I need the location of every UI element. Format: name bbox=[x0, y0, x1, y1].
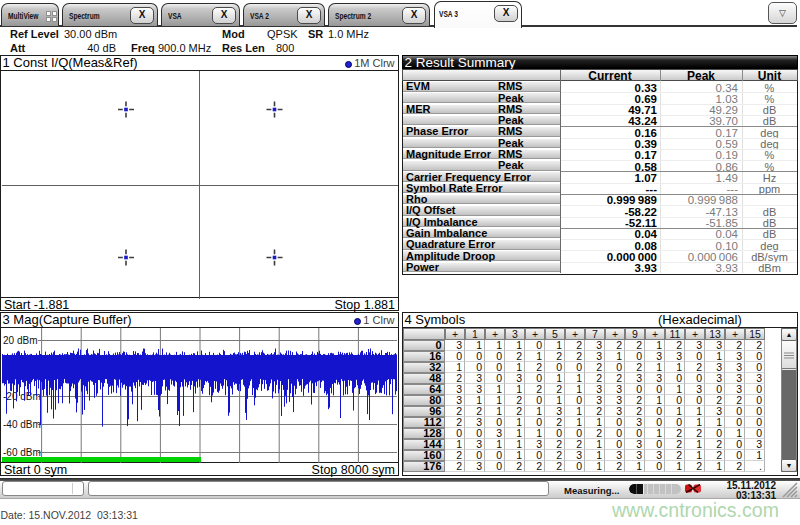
svg-text:-20 dBm: -20 dBm bbox=[3, 391, 41, 402]
svg-text:20 dBm: 20 dBm bbox=[3, 335, 37, 346]
svg-text:-60 dBm: -60 dBm bbox=[3, 447, 41, 458]
svg-text:-40 dBm: -40 dBm bbox=[3, 419, 41, 430]
